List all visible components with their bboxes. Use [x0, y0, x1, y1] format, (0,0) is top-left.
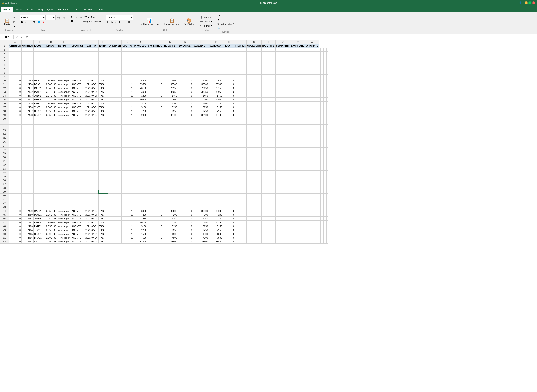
cell-U30[interactable]: [275, 155, 290, 159]
cell-G5[interactable]: [85, 59, 99, 63]
cell-B6[interactable]: [22, 63, 33, 67]
cell-R40[interactable]: [235, 194, 246, 197]
cell-B26[interactable]: [22, 140, 33, 144]
cell-V9[interactable]: [325, 75, 326, 79]
cell-I14[interactable]: [108, 94, 122, 98]
cell-H47[interactable]: TAS: [99, 220, 108, 224]
cell-S38[interactable]: [320, 186, 322, 190]
cell-V20[interactable]: [325, 117, 326, 121]
col-header-F[interactable]: F: [71, 40, 85, 44]
cell-K11[interactable]: 35500: [133, 82, 147, 86]
cell-W12[interactable]: [305, 86, 319, 90]
cell-R43[interactable]: [235, 205, 246, 209]
cell-J23[interactable]: [122, 128, 133, 132]
cell-F48[interactable]: AGENTS: [71, 224, 85, 228]
cell-R49[interactable]: [235, 228, 246, 232]
cell-R1[interactable]: FISCPER: [235, 44, 246, 48]
cell-U45[interactable]: [323, 213, 325, 217]
cell-V19[interactable]: [290, 113, 305, 117]
cell-T11[interactable]: [322, 82, 323, 86]
cell-W15[interactable]: [326, 98, 328, 102]
cell-F43[interactable]: [71, 205, 85, 209]
cell-C40[interactable]: [33, 194, 45, 197]
cell-U45[interactable]: [275, 213, 290, 217]
cell-R18[interactable]: [235, 109, 246, 113]
cell-O23[interactable]: [193, 128, 209, 132]
cell-J24[interactable]: [122, 132, 133, 136]
cell-T21[interactable]: [322, 121, 323, 125]
cell-D26[interactable]: [45, 140, 57, 144]
cell-L30[interactable]: [147, 155, 163, 159]
cell-S2[interactable]: [320, 48, 322, 52]
cell-V38[interactable]: [325, 186, 326, 190]
cell-C50[interactable]: NES01: [33, 232, 45, 236]
cell-C46[interactable]: JUL03: [33, 217, 45, 220]
cell-Q39[interactable]: [223, 190, 235, 194]
cell-S50[interactable]: [246, 232, 261, 236]
cell-F6[interactable]: [71, 63, 85, 67]
cell-N27[interactable]: [178, 144, 193, 148]
cell-C6[interactable]: [33, 63, 45, 67]
cell-C38[interactable]: [33, 186, 45, 190]
cell-M25[interactable]: [163, 136, 178, 140]
cell-R8[interactable]: [319, 71, 320, 75]
cell-L9[interactable]: [147, 75, 163, 79]
cell-K5[interactable]: [133, 59, 147, 63]
cell-E32[interactable]: [57, 163, 71, 167]
cell-M31[interactable]: [163, 159, 178, 163]
cell-U42[interactable]: [323, 201, 325, 205]
cell-U18[interactable]: [323, 109, 325, 113]
cell-T19[interactable]: [322, 113, 323, 117]
cell-A29[interactable]: [9, 151, 22, 155]
cell-W34[interactable]: [305, 171, 319, 174]
cell-M21[interactable]: [163, 121, 178, 125]
cell-R30[interactable]: [235, 155, 246, 159]
cell-Q30[interactable]: [223, 155, 235, 159]
cell-L42[interactable]: [147, 201, 163, 205]
cell-A49[interactable]: 0: [9, 228, 22, 232]
cell-F1[interactable]: SPECINST: [71, 44, 85, 48]
cell-L21[interactable]: [147, 121, 163, 125]
cell-U6[interactable]: [275, 63, 290, 67]
cell-C21[interactable]: [33, 121, 45, 125]
cell-V34[interactable]: [290, 171, 305, 174]
cell-E25[interactable]: [57, 136, 71, 140]
cell-C18[interactable]: NES01: [33, 109, 45, 113]
cell-N45[interactable]: 0: [178, 213, 193, 217]
cell-S27[interactable]: [320, 144, 322, 148]
cell-V22[interactable]: [290, 125, 305, 128]
cell-F23[interactable]: [71, 128, 85, 132]
cell-A40[interactable]: [9, 194, 22, 197]
cell-M22[interactable]: [163, 125, 178, 128]
cell-H48[interactable]: TAS: [99, 224, 108, 228]
cell-D18[interactable]: 2.95E+08: [45, 109, 57, 113]
cell-T8[interactable]: [261, 71, 275, 75]
cell-Q8[interactable]: [223, 71, 235, 75]
autosum-button[interactable]: Σ ▾: [217, 14, 235, 18]
cell-D5[interactable]: [45, 59, 57, 63]
cell-R18[interactable]: [319, 109, 320, 113]
cell-K18[interactable]: 7250: [133, 109, 147, 113]
cell-R11[interactable]: [235, 82, 246, 86]
cell-V5[interactable]: [290, 59, 305, 63]
cell-M13[interactable]: 33050: [163, 90, 178, 94]
scroll-area[interactable]: A B C D E F G H I J K L M N O P Q: [0, 40, 537, 392]
cell-L28[interactable]: [147, 148, 163, 151]
cell-N3[interactable]: [178, 52, 193, 56]
cell-W21[interactable]: [326, 121, 328, 125]
cell-K15[interactable]: 10900: [133, 98, 147, 102]
cell-C8[interactable]: [33, 71, 45, 75]
cell-Q50[interactable]: 0: [223, 232, 235, 236]
cell-P3[interactable]: [209, 52, 223, 56]
cell-U4[interactable]: [275, 56, 290, 59]
cell-N8[interactable]: [178, 71, 193, 75]
cell-V23[interactable]: [325, 128, 326, 132]
cell-R2[interactable]: [235, 48, 246, 52]
cell-W14[interactable]: [305, 94, 319, 98]
cell-Q21[interactable]: [223, 121, 235, 125]
cell-D27[interactable]: [45, 144, 57, 148]
cell-E43[interactable]: [57, 205, 71, 209]
cell-J6[interactable]: [122, 63, 133, 67]
cell-M3[interactable]: [163, 52, 178, 56]
cell-P42[interactable]: [209, 201, 223, 205]
